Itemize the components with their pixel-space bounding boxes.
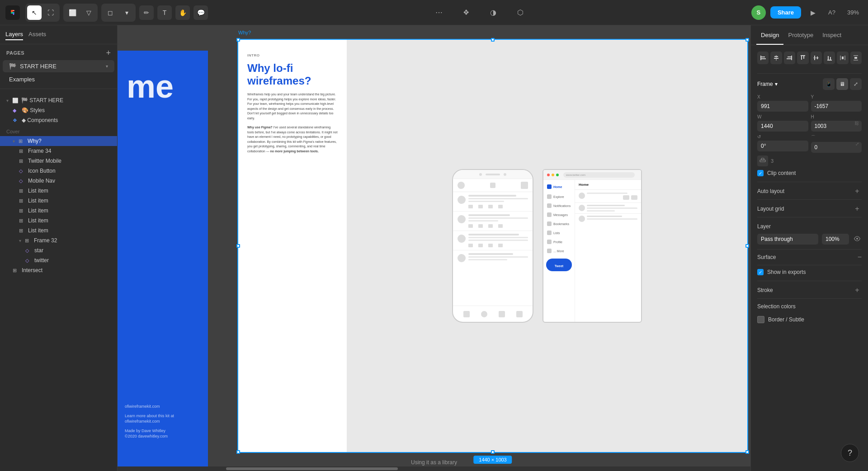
- avatar[interactable]: S: [751, 5, 766, 20]
- frame34-icon: ⊞: [19, 148, 25, 154]
- align-bottom-btn[interactable]: [824, 52, 835, 64]
- color-swatch-border-subtle: [757, 316, 764, 323]
- layer-components[interactable]: ❖ ◆ Components: [0, 115, 117, 125]
- svg-rect-7: [791, 56, 792, 60]
- play-button[interactable]: ▶: [806, 5, 820, 20]
- scrollbar-horizontal[interactable]: [118, 466, 750, 471]
- frame-type-button[interactable]: Frame ▾: [757, 81, 778, 87]
- y-input[interactable]: [811, 101, 862, 112]
- tab-inspect[interactable]: Inspect: [818, 25, 846, 45]
- aa-button[interactable]: A?: [825, 7, 839, 18]
- distribute-v-btn[interactable]: [850, 52, 862, 64]
- layer-title: Layer: [757, 223, 771, 230]
- frame-expand-btn[interactable]: ⤢: [850, 78, 862, 90]
- color-name-border-subtle: Border / Subtle: [768, 316, 804, 323]
- tab-design[interactable]: Design: [756, 25, 783, 45]
- selection-colors-header: Selection colors: [751, 299, 868, 313]
- tab-prototype[interactable]: Prototype: [783, 25, 818, 45]
- scale-tool[interactable]: ⛶: [43, 5, 58, 20]
- exports-section: ✓ Show in exports: [751, 265, 868, 281]
- w-field-group: W: [757, 114, 808, 132]
- align-left-btn[interactable]: [757, 52, 769, 64]
- sidebar-profile: Profile: [545, 238, 573, 246]
- layer-components-label: ◆ Components: [22, 117, 58, 123]
- resources-btn[interactable]: ⋯: [431, 5, 447, 21]
- w-input[interactable]: [757, 121, 808, 132]
- layer-list-2[interactable]: ⊞ List item: [0, 196, 117, 206]
- auto-layout-add-btn[interactable]: +: [853, 187, 862, 196]
- canvas-area[interactable]: me ofiwireframekit.com Learn more about …: [118, 25, 750, 471]
- exports-checkbox[interactable]: ✓: [757, 269, 764, 275]
- layer-why-label: Why?: [28, 138, 42, 144]
- rotation-input[interactable]: [757, 141, 808, 151]
- opacity-input[interactable]: [822, 234, 849, 245]
- svg-rect-18: [830, 57, 831, 60]
- layer-list-3[interactable]: ⊞ List item: [0, 206, 117, 216]
- layer-twitter[interactable]: ◇ twitter: [0, 255, 117, 265]
- layer-mobile-nav[interactable]: ◇ Mobile Nav: [0, 176, 117, 186]
- layer-list-5[interactable]: ⊞ List item: [0, 226, 117, 236]
- svg-rect-14: [814, 56, 815, 60]
- frame-desktop-btn[interactable]: 🖥: [836, 78, 848, 90]
- align-right-btn[interactable]: [784, 52, 795, 64]
- rotation-icon: ↺: [757, 134, 808, 139]
- phone-bottom-nav: [453, 306, 533, 322]
- mockup-area: www.twitter.com Home: [347, 40, 747, 452]
- text-tool[interactable]: T: [157, 5, 172, 20]
- layer-start-here[interactable]: ▾ ⬜ 🏁 START HERE: [0, 95, 117, 105]
- color-item-border-subtle[interactable]: Border / Subtle: [751, 313, 868, 326]
- slice-tool[interactable]: ▽: [81, 5, 96, 20]
- xy-row: X Y: [757, 94, 862, 112]
- tab-assets[interactable]: Assets: [28, 29, 46, 40]
- scrollbar-thumb-h[interactable]: [226, 467, 398, 470]
- surface-minus-btn[interactable]: −: [858, 253, 862, 261]
- zoom-button[interactable]: 39%: [844, 7, 863, 18]
- layer-why[interactable]: ▾ ⊞ Why?: [0, 136, 117, 146]
- layer-icon-button[interactable]: ◇ Icon Button: [0, 166, 117, 176]
- visibility-toggle-btn[interactable]: [853, 234, 862, 245]
- frame-tool[interactable]: ⬜: [65, 5, 80, 20]
- move-tool[interactable]: ↖: [27, 5, 42, 20]
- sidebar-home: Home: [545, 183, 573, 191]
- hand-tool[interactable]: ✋: [175, 5, 190, 20]
- layer-list4-label: List item: [28, 217, 48, 224]
- layer-styles[interactable]: ◆ 🎨 Styles: [0, 105, 117, 115]
- layout-grid-add-btn[interactable]: +: [853, 204, 862, 213]
- svg-rect-2: [761, 57, 765, 57]
- layer-list-4[interactable]: ⊞ List item: [0, 216, 117, 226]
- align-top-btn[interactable]: [797, 52, 808, 64]
- layer-list-1[interactable]: ⊞ List item: [0, 186, 117, 196]
- shape-dropdown[interactable]: ▾: [119, 5, 134, 20]
- clip-content-checkbox[interactable]: ✓: [757, 170, 764, 176]
- toolbar-center: ⋯ ❖ ◑ ⬡: [212, 5, 748, 21]
- layer-frame32[interactable]: ▾ ⊞ Frame 32: [0, 236, 117, 245]
- x-input[interactable]: [757, 101, 808, 112]
- components-btn[interactable]: ❖: [458, 5, 474, 21]
- distribute-h-btn[interactable]: [837, 52, 848, 64]
- layer-star[interactable]: ◇ star: [0, 245, 117, 255]
- align-center-v-btn[interactable]: [811, 52, 822, 64]
- twitter-icon: ◇: [25, 258, 32, 264]
- svg-rect-20: [844, 56, 845, 60]
- shape-tool[interactable]: ◻: [103, 5, 118, 20]
- share-button[interactable]: Share: [770, 6, 801, 19]
- comment-tool[interactable]: 💬: [193, 5, 208, 20]
- layer-intersect[interactable]: ⊞ Intersect: [0, 265, 117, 275]
- pen-tool[interactable]: ✏: [139, 5, 154, 20]
- layer-frame34[interactable]: ⊞ Frame 34: [0, 146, 117, 156]
- tab-layers[interactable]: Layers: [5, 29, 23, 40]
- stroke-add-btn[interactable]: +: [853, 286, 862, 295]
- help-button[interactable]: ?: [841, 444, 859, 462]
- contrast-btn[interactable]: ◑: [485, 5, 501, 21]
- align-center-h-btn[interactable]: [770, 52, 782, 64]
- page-examples[interactable]: Examples: [3, 73, 114, 85]
- h-input[interactable]: [811, 121, 862, 132]
- add-page-button[interactable]: +: [106, 49, 111, 57]
- frame-phone-btn[interactable]: 📱: [823, 78, 835, 90]
- prototype-btn[interactable]: ⬡: [512, 5, 528, 21]
- layer-twitter-mobile[interactable]: ⊞ Twitter Mobile: [0, 156, 117, 166]
- page-start-here[interactable]: 🏁 START HERE ▾: [3, 60, 114, 72]
- blend-mode-select[interactable]: Pass through Normal Multiply Screen Over…: [757, 234, 818, 245]
- figma-logo[interactable]: [5, 5, 20, 20]
- corner-input[interactable]: [811, 142, 862, 153]
